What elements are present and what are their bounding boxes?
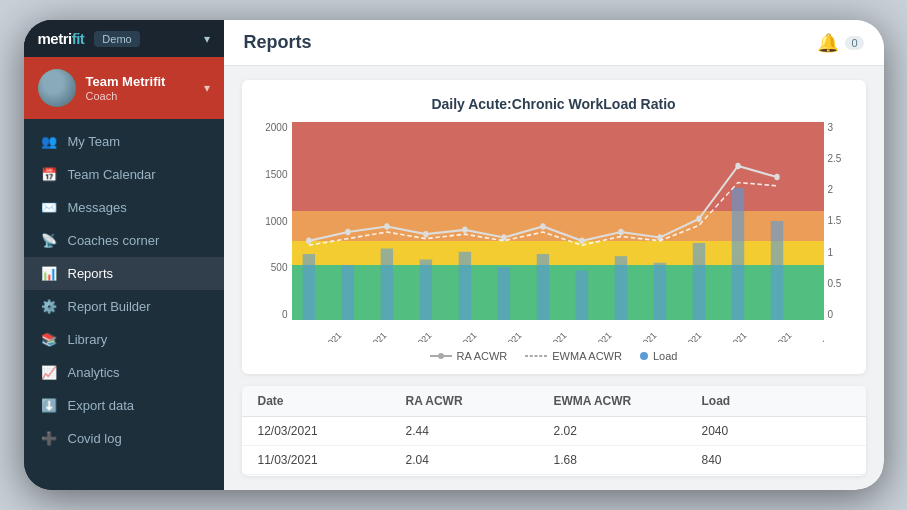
my-team-icon: 👥 bbox=[40, 134, 58, 149]
sidebar-item-coaches-corner[interactable]: 📡 Coaches corner bbox=[24, 224, 224, 257]
user-role: Coach bbox=[86, 90, 194, 102]
cell-date: 12/03/2021 bbox=[258, 424, 406, 438]
chart-wrapper: 2000 1500 1000 500 0 bbox=[256, 122, 852, 342]
svg-point-24 bbox=[735, 163, 740, 170]
tablet-frame: metrifit Demo ▾ Team Metrifit Coach ▾ 👥 … bbox=[24, 20, 884, 490]
x-axis: 08/01/2021 13/01/2021 18/01/2021 23/01/2… bbox=[292, 320, 824, 342]
cell-load: 840 bbox=[702, 453, 850, 467]
svg-rect-1 bbox=[341, 265, 353, 320]
sidebar-item-label: Messages bbox=[68, 200, 127, 215]
reports-icon: 📊 bbox=[40, 266, 58, 281]
cell-ewma: 1.68 bbox=[554, 453, 702, 467]
y-right-label: 0.5 bbox=[828, 278, 842, 289]
user-profile[interactable]: Team Metrifit Coach ▾ bbox=[24, 57, 224, 119]
svg-point-17 bbox=[462, 227, 467, 234]
ewma-acwr-line bbox=[308, 183, 776, 246]
y-right-label: 1.5 bbox=[828, 215, 842, 226]
sidebar-item-library[interactable]: 📚 Library bbox=[24, 323, 224, 356]
svg-point-21 bbox=[618, 229, 623, 236]
page-title: Reports bbox=[244, 32, 312, 53]
sidebar-item-label: My Team bbox=[68, 134, 121, 149]
avatar bbox=[38, 69, 76, 107]
col-load: Load bbox=[702, 394, 850, 408]
x-label: 08/01/2021 bbox=[305, 331, 343, 342]
svg-rect-6 bbox=[536, 254, 548, 320]
legend-load: Load bbox=[640, 350, 677, 362]
y-label: 1500 bbox=[265, 169, 287, 180]
svg-point-15 bbox=[384, 223, 389, 230]
messages-icon: ✉️ bbox=[40, 200, 58, 215]
y-right-label: 0 bbox=[828, 309, 834, 320]
y-right-label: 2.5 bbox=[828, 153, 842, 164]
sidebar-item-my-team[interactable]: 👥 My Team bbox=[24, 125, 224, 158]
ra-line-icon bbox=[430, 355, 452, 357]
col-date: Date bbox=[258, 394, 406, 408]
content-area: Daily Acute:Chronic WorkLoad Ratio 2000 … bbox=[224, 66, 884, 490]
y-label: 500 bbox=[271, 262, 288, 273]
legend-ra-label: RA ACWR bbox=[457, 350, 508, 362]
sidebar-item-messages[interactable]: ✉️ Messages bbox=[24, 191, 224, 224]
x-label: 17/02/2021 bbox=[665, 331, 703, 342]
sidebar-header: metrifit Demo ▾ bbox=[24, 20, 224, 57]
top-bar: Reports 🔔 0 bbox=[224, 20, 884, 66]
svg-rect-10 bbox=[692, 243, 704, 320]
ewma-line-icon bbox=[525, 355, 547, 357]
sidebar-item-label: Team Calendar bbox=[68, 167, 156, 182]
notification-badge: 0 bbox=[845, 36, 863, 50]
sidebar-item-label: Coaches corner bbox=[68, 233, 160, 248]
svg-rect-5 bbox=[497, 267, 509, 320]
sidebar-item-analytics[interactable]: 📈 Analytics bbox=[24, 356, 224, 389]
x-label: 12/02/2021 bbox=[620, 331, 658, 342]
svg-point-14 bbox=[345, 229, 350, 236]
y-axis-left: 2000 1500 1000 500 0 bbox=[256, 122, 292, 342]
svg-rect-9 bbox=[653, 263, 665, 320]
profile-chevron-icon: ▾ bbox=[204, 81, 210, 95]
svg-rect-7 bbox=[575, 271, 587, 321]
sidebar-item-reports[interactable]: 📊 Reports bbox=[24, 257, 224, 290]
legend-ra: RA ACWR bbox=[430, 350, 508, 362]
sidebar-item-team-calendar[interactable]: 📅 Team Calendar bbox=[24, 158, 224, 191]
x-label: 02/02/2021 bbox=[530, 331, 568, 342]
table-header: Date RA ACWR EWMA ACWR Load bbox=[242, 386, 866, 417]
y-axis-right: 3 2.5 2 1.5 1 0.5 0 bbox=[824, 122, 852, 342]
x-label: 18/01/2021 bbox=[395, 331, 433, 342]
chart-svg bbox=[292, 122, 824, 320]
sidebar-item-export-data[interactable]: ⬇️ Export data bbox=[24, 389, 224, 422]
svg-rect-3 bbox=[419, 260, 431, 321]
svg-rect-0 bbox=[302, 254, 314, 320]
y-right-label: 1 bbox=[828, 247, 834, 258]
covid-icon: ➕ bbox=[40, 431, 58, 446]
logo-text: metrifit bbox=[38, 30, 85, 47]
x-label: 28/01/2021 bbox=[485, 331, 523, 342]
cell-ewma: 2.02 bbox=[554, 424, 702, 438]
svg-point-19 bbox=[540, 223, 545, 230]
data-table: Date RA ACWR EWMA ACWR Load 12/03/2021 2… bbox=[242, 386, 866, 476]
svg-rect-8 bbox=[614, 256, 626, 320]
sidebar-item-report-builder[interactable]: ⚙️ Report Builder bbox=[24, 290, 224, 323]
x-label: 04/03/2021 bbox=[800, 331, 823, 342]
sidebar-item-label: Report Builder bbox=[68, 299, 151, 314]
legend-ewma: EWMA ACWR bbox=[525, 350, 622, 362]
legend-ewma-label: EWMA ACWR bbox=[552, 350, 622, 362]
chart-card: Daily Acute:Chronic WorkLoad Ratio 2000 … bbox=[242, 80, 866, 374]
x-label: 13/01/2021 bbox=[350, 331, 388, 342]
sidebar: metrifit Demo ▾ Team Metrifit Coach ▾ 👥 … bbox=[24, 20, 224, 490]
chart-area: 08/01/2021 13/01/2021 18/01/2021 23/01/2… bbox=[292, 122, 824, 342]
sidebar-item-covid-log[interactable]: ➕ Covid log bbox=[24, 422, 224, 455]
chart-title: Daily Acute:Chronic WorkLoad Ratio bbox=[256, 96, 852, 112]
bell-icon[interactable]: 🔔 bbox=[817, 32, 839, 54]
y-label: 0 bbox=[282, 309, 288, 320]
x-label: 27/02/2021 bbox=[755, 331, 793, 342]
sidebar-item-label: Export data bbox=[68, 398, 135, 413]
nav-items: 👥 My Team 📅 Team Calendar ✉️ Messages 📡 … bbox=[24, 119, 224, 490]
sidebar-item-label: Covid log bbox=[68, 431, 122, 446]
chart-legend: RA ACWR EWMA ACWR Load bbox=[256, 350, 852, 362]
main-content: Reports 🔔 0 Daily Acute:Chronic WorkLoad… bbox=[224, 20, 884, 490]
load-dot-icon bbox=[640, 352, 648, 360]
x-label: 22/02/2021 bbox=[710, 331, 748, 342]
svg-rect-2 bbox=[380, 249, 392, 321]
analytics-icon: 📈 bbox=[40, 365, 58, 380]
calendar-icon: 📅 bbox=[40, 167, 58, 182]
bar-group bbox=[302, 188, 783, 320]
table-row: 12/03/2021 2.44 2.02 2040 bbox=[242, 417, 866, 446]
